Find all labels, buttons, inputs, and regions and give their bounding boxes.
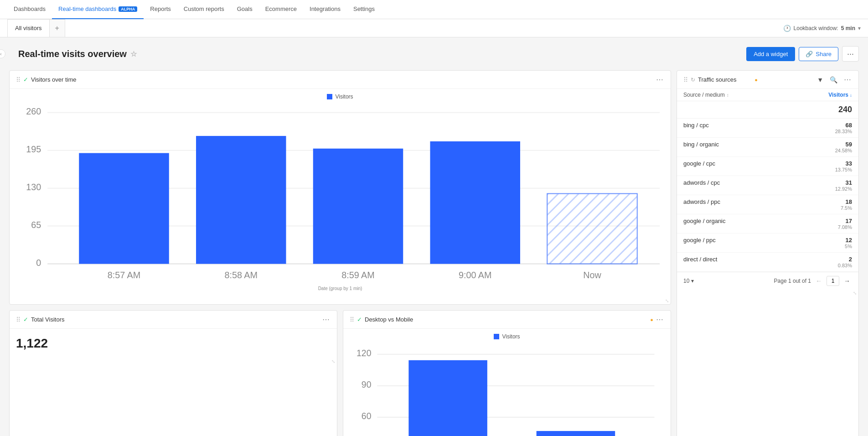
source-medium-label: adwords / cpc <box>683 179 720 186</box>
prev-page-button[interactable]: ← <box>814 276 824 285</box>
svg-text:0: 0 <box>36 258 41 268</box>
more-options-icon[interactable]: ⋯ <box>844 75 852 84</box>
nav-settings[interactable]: Settings <box>347 0 381 19</box>
resize-icon: ⤡ <box>665 298 669 303</box>
share-button[interactable]: 🔗 Share <box>799 47 838 61</box>
visitor-pct: 13.75% <box>835 167 852 172</box>
page-title: Real-time visits overview ☆ <box>18 49 137 59</box>
drag-handle-icon[interactable]: ⠿ <box>683 76 688 83</box>
page-header: ‹ Real-time visits overview ☆ Add a widg… <box>9 45 859 63</box>
traffic-sources-widget: ⠿ ↻ Traffic sources ● ▼ 🔍 ⋯ Source / med… <box>677 70 859 436</box>
chevron-down-icon[interactable]: ▾ <box>858 25 861 31</box>
svg-rect-12 <box>313 149 403 264</box>
widget-more-icon[interactable]: ⋯ <box>322 315 331 324</box>
visitor-count: 31 <box>835 179 852 186</box>
per-page-selector[interactable]: 10 ▾ <box>683 278 694 284</box>
page-number-input[interactable] <box>827 276 839 286</box>
svg-rect-32 <box>537 431 615 436</box>
x-axis-subtitle: Date (group by 1 min) <box>16 286 664 291</box>
refresh-icon[interactable]: ↻ <box>691 77 695 83</box>
source-medium-label: adwords / ppc <box>683 198 720 205</box>
share-icon: 🔗 <box>806 51 813 57</box>
visitor-count: 68 <box>835 122 852 129</box>
resize-handle[interactable]: ⤡ <box>677 290 858 296</box>
resize-handle[interactable]: ⤡ <box>10 297 671 304</box>
source-values: 59 24.58% <box>835 141 852 153</box>
nav-realtime-dashboards[interactable]: Real-time dashboards ALPHA <box>52 0 144 19</box>
info-icon[interactable]: ● <box>754 77 758 83</box>
dashboard-grid: ⠿ ✓ Visitors over time ⋯ Visitors <box>9 70 859 436</box>
tab-all-visitors[interactable]: All visitors <box>7 19 49 37</box>
visitor-count: 12 <box>845 237 852 244</box>
nav-dashboards[interactable]: Dashboards <box>7 0 52 19</box>
sort-down-icon[interactable]: ↓ <box>850 93 852 98</box>
chart-legend: Visitors <box>350 333 664 340</box>
lookback-label: Lookback window: <box>794 25 838 31</box>
traffic-sources-rows: bing / cpc 68 28.33% bing / organic 59 2… <box>677 119 858 272</box>
svg-rect-15 <box>547 194 637 264</box>
visitor-count: 2 <box>838 256 852 263</box>
search-icon[interactable]: 🔍 <box>830 76 837 83</box>
resize-icon: ⤡ <box>331 359 335 364</box>
more-options-button[interactable]: ⋯ <box>842 46 859 62</box>
traffic-sources-table-header: Source / medium ↕ Visitors ↓ <box>677 89 858 101</box>
info-icon[interactable]: ● <box>650 317 653 322</box>
visitor-pct: 28.33% <box>835 129 852 134</box>
drag-handle-icon[interactable]: ⠿ <box>16 316 21 323</box>
visitors-over-time-header: ⠿ ✓ Visitors over time ⋯ <box>10 71 671 89</box>
check-circle-icon: ✓ <box>23 316 28 323</box>
source-values: 12 5% <box>845 237 852 249</box>
svg-rect-11 <box>196 136 286 264</box>
svg-text:Now: Now <box>583 270 601 280</box>
svg-text:120: 120 <box>356 348 372 358</box>
right-column: ⠿ ↻ Traffic sources ● ▼ 🔍 ⋯ Source / med… <box>677 70 859 436</box>
total-visitors-widget: ⠿ ✓ Total Visitors ⋯ 1,122 ⤡ <box>9 310 337 436</box>
check-circle-icon: ✓ <box>23 76 28 83</box>
visitors-header[interactable]: Visitors ↓ <box>828 92 852 98</box>
widget-more-icon[interactable]: ⋯ <box>656 315 664 324</box>
tab-bar: All visitors + 🕐 Lookback window: 5 min … <box>0 19 868 37</box>
source-medium-label: direct / direct <box>683 256 717 263</box>
svg-text:9:00 AM: 9:00 AM <box>459 270 491 280</box>
nav-reports[interactable]: Reports <box>144 0 177 19</box>
left-column: ⠿ ✓ Visitors over time ⋯ Visitors <box>9 70 671 436</box>
top-navigation: Dashboards Real-time dashboards ALPHA Re… <box>0 0 868 19</box>
clock-icon: 🕐 <box>783 25 791 32</box>
traffic-source-row: bing / organic 59 24.58% <box>677 138 858 157</box>
pagination: Page 1 out of 1 ← → <box>774 276 852 286</box>
resize-handle[interactable]: ⤡ <box>10 358 337 365</box>
drag-handle-icon[interactable]: ⠿ <box>16 76 21 83</box>
lookback-value[interactable]: 5 min <box>841 25 855 31</box>
visitor-count: 18 <box>841 198 852 205</box>
sidebar-collapse-button[interactable]: ‹ <box>0 49 5 58</box>
filter-icon[interactable]: ▼ <box>817 76 823 83</box>
nav-ecommerce[interactable]: Ecommerce <box>259 0 303 19</box>
widget-more-icon[interactable]: ⋯ <box>656 75 664 84</box>
source-values: 31 12.92% <box>835 179 852 192</box>
legend-label: Visitors <box>502 333 520 340</box>
drag-handle-icon[interactable]: ⠿ <box>350 316 354 323</box>
desktop-vs-mobile-header: ⠿ ✓ Desktop vs Mobile ● ⋯ <box>343 311 671 329</box>
desktop-vs-mobile-widget: ⠿ ✓ Desktop vs Mobile ● ⋯ Visitors <box>343 310 671 436</box>
chart-legend: Visitors <box>16 93 664 100</box>
main-content: ‹ Real-time visits overview ☆ Add a widg… <box>0 37 868 436</box>
favorite-icon[interactable]: ☆ <box>130 50 137 58</box>
desktop-mobile-bar-chart: 120 90 60 30 0 <box>350 343 664 436</box>
next-page-button[interactable]: → <box>842 276 852 285</box>
nav-integrations[interactable]: Integrations <box>303 0 347 19</box>
visitor-pct: 12.92% <box>835 186 852 192</box>
chevron-down-icon: ▾ <box>691 278 694 284</box>
nav-goals[interactable]: Goals <box>231 0 259 19</box>
svg-text:8:57 AM: 8:57 AM <box>108 270 140 280</box>
source-medium-header[interactable]: Source / medium ↕ <box>683 92 729 98</box>
tab-add-button[interactable]: + <box>49 19 65 37</box>
nav-custom-reports[interactable]: Custom reports <box>177 0 231 19</box>
visitor-pct: 7.08% <box>838 224 852 230</box>
add-widget-button[interactable]: Add a widget <box>746 47 795 61</box>
svg-text:260: 260 <box>26 106 41 116</box>
lookback-window: 🕐 Lookback window: 5 min ▾ <box>783 25 861 32</box>
visitors-over-time-widget: ⠿ ✓ Visitors over time ⋯ Visitors <box>9 70 671 305</box>
sort-icon[interactable]: ↕ <box>727 93 729 98</box>
legend-color <box>327 94 332 99</box>
visitor-count: 59 <box>835 141 852 148</box>
